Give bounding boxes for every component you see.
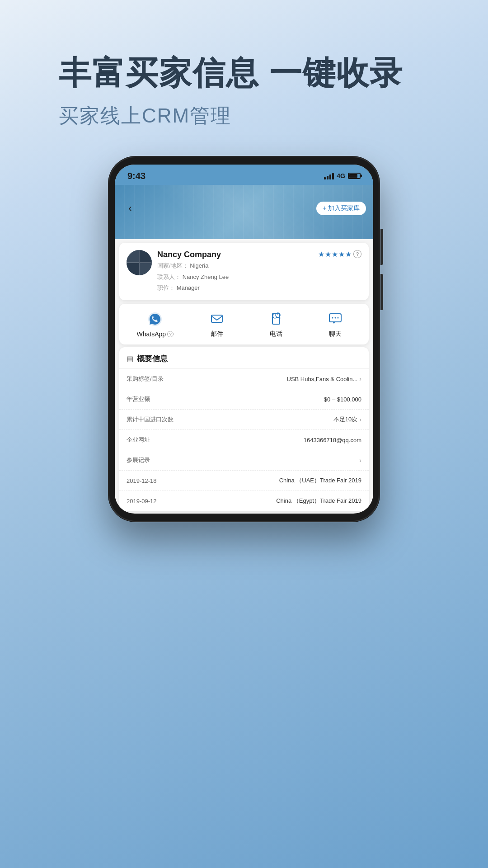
contact-info: Nancy Company 国家/地区： Nigeria 联系人： Nancy … — [157, 250, 313, 293]
chat-label: 聊天 — [329, 330, 342, 338]
page-headline: 丰富买家信息 一键收录 — [59, 54, 429, 92]
phone-action[interactable]: 电话 — [260, 310, 292, 338]
status-icons: 4G — [324, 172, 361, 179]
phone-mockup: 9:43 4G — [108, 156, 380, 522]
content-wrapper: 丰富买家信息 一键收录 买家线上CRM管理 9:43 4G — [0, 0, 488, 522]
status-time: 9:43 — [127, 171, 145, 181]
whatsapp-icon — [146, 311, 164, 328]
phone-hero-image: ‹ + 加入买家库 — [115, 185, 373, 239]
info-row-website: 企业网址 1643366718@qq.com — [119, 430, 369, 450]
info-row-trade-2019-1: 2019-12-18 China （UAE）Trade Fair 2019 — [119, 471, 369, 491]
star-rating: ★ ★ ★ ★ ★ — [318, 250, 352, 259]
signal-4g-label: 4G — [337, 172, 345, 179]
info-section: ▤ 概要信息 采购标签/目录 USB Hubs,Fans & Coolin...… — [119, 347, 369, 511]
action-row: WhatsApp ? 邮件 — [119, 304, 369, 344]
person-detail: 联系人： Nancy Zheng Lee — [157, 273, 313, 282]
info-row-exhibition[interactable]: 参展记录 › — [119, 450, 369, 471]
whatsapp-action[interactable]: WhatsApp ? — [137, 311, 174, 338]
phone-screen: 9:43 4G — [115, 165, 373, 514]
add-to-buyer-button[interactable]: + 加入买家库 — [316, 202, 366, 215]
whatsapp-help-icon[interactable]: ? — [167, 331, 174, 337]
battery-icon — [348, 173, 361, 179]
mail-label: 邮件 — [211, 330, 223, 338]
info-row-purchase-tag[interactable]: 采购标签/目录 USB Hubs,Fans & Coolin... › — [119, 369, 369, 389]
country-detail: 国家/地区： Nigeria — [157, 261, 313, 271]
info-section-title: 概要信息 — [137, 354, 168, 364]
info-row-revenue: 年营业额 $0 – $100,000 — [119, 389, 369, 410]
rating-area: ★ ★ ★ ★ ★ ? — [318, 250, 361, 259]
mail-icon — [208, 310, 225, 327]
position-detail: 职位： Manager — [157, 283, 313, 293]
svg-point-4 — [332, 317, 333, 319]
phone-label: 电话 — [270, 330, 282, 338]
chevron-icon: › — [359, 457, 361, 464]
svg-rect-1 — [211, 315, 222, 322]
signal-bars-icon — [324, 172, 334, 179]
phone-frame: 9:43 4G — [108, 156, 380, 522]
back-button[interactable]: ‹ — [122, 200, 138, 217]
info-row-trade-2019-2: 2019-09-12 China （Egypt）Trade Fair 2019 — [119, 491, 369, 511]
page-subtitle: 买家线上CRM管理 — [59, 103, 429, 129]
contact-card: Nancy Company 国家/地区： Nigeria 联系人： Nancy … — [119, 243, 369, 300]
company-name: Nancy Company — [157, 250, 313, 259]
chat-action[interactable]: 聊天 — [319, 310, 351, 338]
rating-help-icon[interactable]: ? — [353, 250, 361, 258]
status-bar: 9:43 4G — [115, 165, 373, 185]
svg-point-6 — [338, 317, 339, 319]
info-row-import-count[interactable]: 累计中国进口次数 不足10次 › — [119, 410, 369, 430]
phone-icon — [267, 310, 285, 327]
whatsapp-label: WhatsApp — [137, 330, 166, 338]
info-header-icon: ▤ — [127, 354, 133, 363]
phone-nav: ‹ + 加入买家库 — [115, 200, 373, 217]
chat-icon — [327, 310, 344, 327]
svg-point-5 — [335, 317, 336, 319]
mail-action[interactable]: 邮件 — [201, 310, 233, 338]
chevron-icon: › — [359, 375, 361, 382]
info-section-header: ▤ 概要信息 — [119, 347, 369, 369]
chevron-icon: › — [359, 416, 361, 423]
avatar — [127, 250, 152, 275]
